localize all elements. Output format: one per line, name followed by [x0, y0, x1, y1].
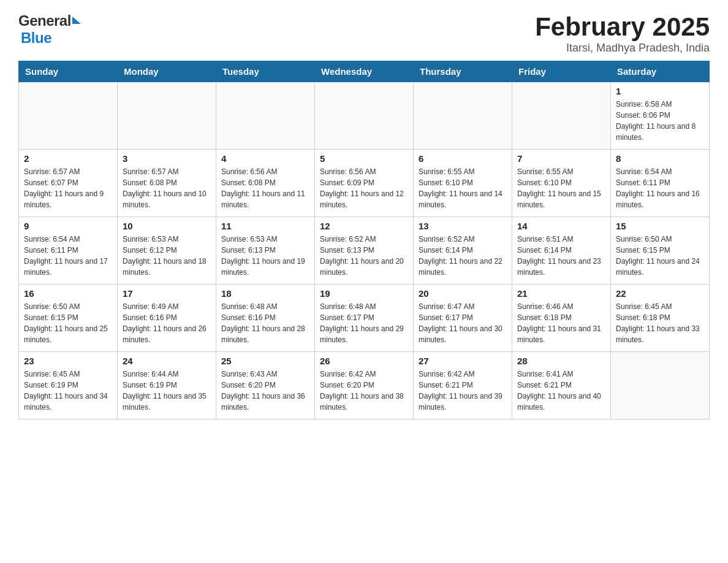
day-info: Sunrise: 6:46 AMSunset: 6:18 PMDaylight:… — [517, 302, 601, 344]
calendar-title: February 2025 — [535, 12, 710, 42]
day-number: 18 — [221, 288, 309, 299]
day-number: 17 — [123, 288, 211, 299]
calendar-day-cell — [414, 82, 512, 150]
day-info: Sunrise: 6:48 AMSunset: 6:16 PMDaylight:… — [221, 302, 305, 344]
calendar-day-cell: 27Sunrise: 6:42 AMSunset: 6:21 PMDayligh… — [414, 352, 512, 419]
calendar-day-cell: 16Sunrise: 6:50 AMSunset: 6:15 PMDayligh… — [19, 285, 118, 352]
day-number: 3 — [123, 153, 211, 164]
calendar-day-cell: 20Sunrise: 6:47 AMSunset: 6:17 PMDayligh… — [414, 285, 512, 352]
calendar-day-cell — [512, 82, 611, 150]
calendar-day-cell: 17Sunrise: 6:49 AMSunset: 6:16 PMDayligh… — [118, 285, 216, 352]
day-number: 4 — [221, 153, 309, 164]
day-number: 27 — [419, 356, 507, 366]
calendar-day-cell: 14Sunrise: 6:51 AMSunset: 6:14 PMDayligh… — [512, 217, 611, 285]
calendar-body: 1Sunrise: 6:58 AMSunset: 6:06 PMDaylight… — [19, 82, 710, 419]
calendar-day-cell: 13Sunrise: 6:52 AMSunset: 6:14 PMDayligh… — [414, 217, 512, 285]
day-info: Sunrise: 6:53 AMSunset: 6:12 PMDaylight:… — [123, 235, 207, 277]
day-number: 25 — [221, 356, 309, 366]
calendar-day-cell: 10Sunrise: 6:53 AMSunset: 6:12 PMDayligh… — [118, 217, 216, 285]
day-number: 14 — [517, 221, 605, 231]
calendar-subtitle: Itarsi, Madhya Pradesh, India — [535, 42, 710, 55]
calendar-day-cell — [611, 352, 710, 419]
day-info: Sunrise: 6:54 AMSunset: 6:11 PMDaylight:… — [616, 167, 700, 209]
day-number: 5 — [320, 153, 408, 164]
calendar-week-row: 1Sunrise: 6:58 AMSunset: 6:06 PMDaylight… — [19, 82, 710, 150]
days-of-week-row: SundayMondayTuesdayWednesdayThursdayFrid… — [19, 61, 710, 82]
logo-arrow-icon — [72, 17, 81, 24]
day-info: Sunrise: 6:41 AMSunset: 6:21 PMDaylight:… — [517, 370, 601, 412]
day-info: Sunrise: 6:56 AMSunset: 6:08 PMDaylight:… — [221, 167, 305, 209]
day-number: 19 — [320, 288, 408, 299]
logo-text-general: General — [18, 12, 71, 29]
day-info: Sunrise: 6:49 AMSunset: 6:16 PMDaylight:… — [123, 302, 207, 344]
calendar-header: SundayMondayTuesdayWednesdayThursdayFrid… — [19, 61, 710, 82]
day-info: Sunrise: 6:43 AMSunset: 6:20 PMDaylight:… — [221, 370, 305, 412]
calendar-table: SundayMondayTuesdayWednesdayThursdayFrid… — [18, 61, 710, 419]
day-of-week-header: Wednesday — [315, 61, 414, 82]
calendar-week-row: 16Sunrise: 6:50 AMSunset: 6:15 PMDayligh… — [19, 285, 710, 352]
day-info: Sunrise: 6:50 AMSunset: 6:15 PMDaylight:… — [24, 302, 108, 344]
logo: General Blue — [18, 12, 81, 47]
day-info: Sunrise: 6:56 AMSunset: 6:09 PMDaylight:… — [320, 167, 404, 209]
calendar-day-cell: 8Sunrise: 6:54 AMSunset: 6:11 PMDaylight… — [611, 150, 710, 217]
calendar-day-cell: 26Sunrise: 6:42 AMSunset: 6:20 PMDayligh… — [315, 352, 414, 419]
calendar-day-cell: 12Sunrise: 6:52 AMSunset: 6:13 PMDayligh… — [315, 217, 414, 285]
day-info: Sunrise: 6:45 AMSunset: 6:19 PMDaylight:… — [24, 370, 108, 412]
calendar-day-cell — [315, 82, 414, 150]
day-number: 7 — [517, 153, 605, 164]
day-of-week-header: Sunday — [19, 61, 118, 82]
day-number: 8 — [616, 153, 704, 164]
day-info: Sunrise: 6:45 AMSunset: 6:18 PMDaylight:… — [616, 302, 700, 344]
calendar-day-cell: 7Sunrise: 6:55 AMSunset: 6:10 PMDaylight… — [512, 150, 611, 217]
logo-text-blue: Blue — [21, 29, 51, 47]
day-info: Sunrise: 6:52 AMSunset: 6:13 PMDaylight:… — [320, 235, 404, 277]
day-info: Sunrise: 6:55 AMSunset: 6:10 PMDaylight:… — [517, 167, 601, 209]
calendar-day-cell — [19, 82, 118, 150]
day-number: 6 — [419, 153, 507, 164]
day-number: 28 — [517, 356, 605, 366]
calendar-day-cell: 2Sunrise: 6:57 AMSunset: 6:07 PMDaylight… — [19, 150, 118, 217]
calendar-day-cell: 19Sunrise: 6:48 AMSunset: 6:17 PMDayligh… — [315, 285, 414, 352]
calendar-day-cell: 9Sunrise: 6:54 AMSunset: 6:11 PMDaylight… — [19, 217, 118, 285]
day-number: 26 — [320, 356, 408, 366]
day-info: Sunrise: 6:54 AMSunset: 6:11 PMDaylight:… — [24, 235, 108, 277]
calendar-day-cell: 21Sunrise: 6:46 AMSunset: 6:18 PMDayligh… — [512, 285, 611, 352]
calendar-week-row: 2Sunrise: 6:57 AMSunset: 6:07 PMDaylight… — [19, 150, 710, 217]
day-info: Sunrise: 6:47 AMSunset: 6:17 PMDaylight:… — [419, 302, 502, 344]
day-info: Sunrise: 6:57 AMSunset: 6:08 PMDaylight:… — [123, 167, 207, 209]
calendar-day-cell: 1Sunrise: 6:58 AMSunset: 6:06 PMDaylight… — [611, 82, 710, 150]
day-info: Sunrise: 6:42 AMSunset: 6:21 PMDaylight:… — [419, 370, 502, 412]
day-number: 16 — [24, 288, 112, 299]
day-info: Sunrise: 6:42 AMSunset: 6:20 PMDaylight:… — [320, 370, 404, 412]
day-number: 9 — [24, 221, 112, 231]
calendar-day-cell: 6Sunrise: 6:55 AMSunset: 6:10 PMDaylight… — [414, 150, 512, 217]
calendar-week-row: 9Sunrise: 6:54 AMSunset: 6:11 PMDaylight… — [19, 217, 710, 285]
day-of-week-header: Friday — [512, 61, 611, 82]
day-info: Sunrise: 6:50 AMSunset: 6:15 PMDaylight:… — [616, 235, 700, 277]
day-info: Sunrise: 6:53 AMSunset: 6:13 PMDaylight:… — [221, 235, 305, 277]
day-number: 24 — [123, 356, 211, 366]
calendar-day-cell — [216, 82, 315, 150]
day-info: Sunrise: 6:48 AMSunset: 6:17 PMDaylight:… — [320, 302, 404, 344]
day-info: Sunrise: 6:52 AMSunset: 6:14 PMDaylight:… — [419, 235, 502, 277]
day-info: Sunrise: 6:55 AMSunset: 6:10 PMDaylight:… — [419, 167, 502, 209]
calendar-day-cell — [118, 82, 216, 150]
day-info: Sunrise: 6:58 AMSunset: 6:06 PMDaylight:… — [616, 100, 696, 142]
day-of-week-header: Tuesday — [216, 61, 315, 82]
day-number: 2 — [24, 153, 112, 164]
day-number: 21 — [517, 288, 605, 299]
calendar-week-row: 23Sunrise: 6:45 AMSunset: 6:19 PMDayligh… — [19, 352, 710, 419]
day-of-week-header: Saturday — [611, 61, 710, 82]
day-number: 22 — [616, 288, 704, 299]
calendar-day-cell: 3Sunrise: 6:57 AMSunset: 6:08 PMDaylight… — [118, 150, 216, 217]
day-info: Sunrise: 6:51 AMSunset: 6:14 PMDaylight:… — [517, 235, 601, 277]
day-of-week-header: Monday — [118, 61, 216, 82]
day-number: 10 — [123, 221, 211, 231]
day-number: 12 — [320, 221, 408, 231]
calendar-day-cell: 22Sunrise: 6:45 AMSunset: 6:18 PMDayligh… — [611, 285, 710, 352]
page-header: General Blue February 2025 Itarsi, Madhy… — [18, 12, 710, 55]
calendar-day-cell: 23Sunrise: 6:45 AMSunset: 6:19 PMDayligh… — [19, 352, 118, 419]
calendar-day-cell: 24Sunrise: 6:44 AMSunset: 6:19 PMDayligh… — [118, 352, 216, 419]
calendar-day-cell: 25Sunrise: 6:43 AMSunset: 6:20 PMDayligh… — [216, 352, 315, 419]
day-info: Sunrise: 6:57 AMSunset: 6:07 PMDaylight:… — [24, 167, 104, 209]
